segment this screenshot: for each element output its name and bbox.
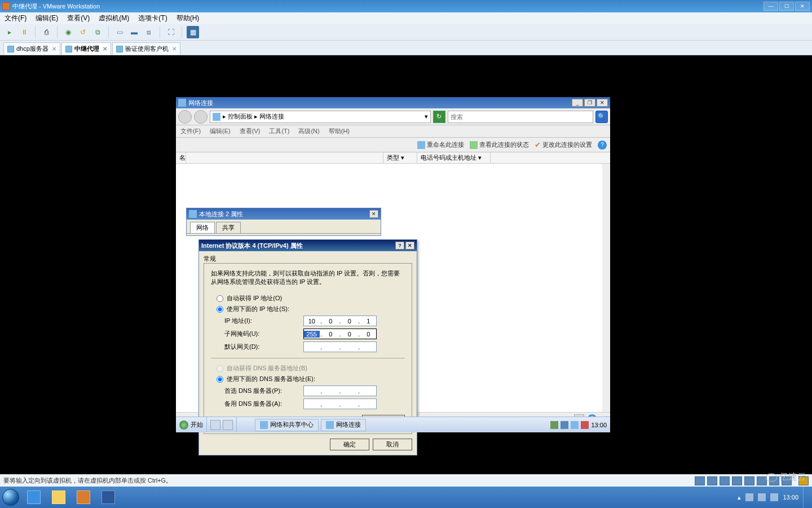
snap-revert-icon[interactable]: ↺ [77,26,89,38]
taskbar-item-sharing[interactable]: 网络和共享中心 [255,419,319,431]
device-usb-icon[interactable] [744,476,754,485]
subnet-mask-field[interactable]: 255.0.0.0 [303,329,377,339]
tab-general[interactable]: 常规 [204,255,216,263]
tray-volume-icon[interactable] [581,421,589,429]
pinned-word[interactable] [97,488,120,506]
device-cd-icon[interactable] [707,476,717,485]
radio-use-ip[interactable]: 使用下面的 IP 地址(S): [217,305,405,313]
tray-clock[interactable]: 13:00 [591,422,607,428]
nc-menu-edit[interactable]: 编辑(E) [205,127,235,135]
tray-clock[interactable]: 13:00 [783,494,798,501]
nc-menu-view[interactable]: 查看(V) [235,127,265,135]
quicklaunch-icon[interactable] [210,420,220,430]
menu-edit[interactable]: 编辑(E) [31,14,63,23]
snap-take-icon[interactable]: ◉ [62,26,74,38]
radio-use-dns[interactable]: 使用下面的 DNS 服务器地址(E): [217,375,405,383]
device-hdd-icon[interactable] [695,476,705,485]
guest-display[interactable]: 网络连接 _ ❐ ✕ ▸ 控制面板 ▸ 网络连接 ▾ ↻ 🔍 文件(F) 编辑(… [0,55,812,462]
change-link[interactable]: ✔更改此连接的设置 [535,141,592,149]
radio-auto-ip[interactable]: 自动获得 IP 地址(O) [217,294,405,303]
dialog-close-button[interactable]: ✕ [405,242,414,249]
menu-file[interactable]: 文件(F) [0,14,31,23]
menu-vm[interactable]: 虚拟机(M) [94,14,134,23]
view-unity-icon[interactable]: ▬ [128,26,140,38]
start-button[interactable]: 开始 [176,417,207,432]
device-display-icon[interactable] [782,476,792,485]
nc-menu-file[interactable]: 文件(F) [176,127,205,135]
tab-client[interactable]: 验证使用客户机✕ [112,42,180,55]
gateway-field[interactable]: ... [303,341,377,352]
device-printer-icon[interactable] [769,476,779,485]
pinned-ie[interactable] [23,488,45,506]
snapshot-icon[interactable]: ⎙ [40,26,52,38]
chevron-down-icon[interactable]: ▾ [425,113,428,120]
guest-min-button[interactable]: _ [572,99,583,107]
col-phone[interactable]: 电话号码或主机地址 ▾ [417,152,491,163]
pinned-vmware[interactable] [72,488,95,506]
netconn-titlebar[interactable]: 网络连接 _ ❐ ✕ [176,97,610,108]
dns2-field[interactable]: ... [303,398,377,409]
close-tab-icon[interactable]: ✕ [103,46,107,52]
ip-address-field[interactable]: 10.0.0.1 [303,316,377,326]
label-dns1: 首选 DNS 服务器(P): [224,387,303,395]
menu-tabs[interactable]: 选项卡(T) [134,14,171,23]
view-split-icon[interactable]: ⧈ [143,26,155,38]
nc-menu-tools[interactable]: 工具(T) [264,127,294,135]
status-link[interactable]: 查看此连接的状态 [470,141,529,149]
fullscreen-icon[interactable]: ⛶ [165,26,177,38]
taskbar-item-netconn[interactable]: 网络连接 [321,419,366,431]
show-desktop-button[interactable] [803,487,809,508]
tray-network-icon[interactable] [758,493,766,501]
close-button[interactable]: ✕ [795,2,810,11]
tray-icon[interactable] [550,421,558,429]
tray-network-icon[interactable] [571,421,579,429]
close-tab-icon[interactable]: ✕ [52,46,56,52]
minimize-button[interactable]: — [764,2,778,11]
snap-manage-icon[interactable]: ⧉ [91,26,104,38]
quicklaunch-icon[interactable] [223,420,233,430]
nc-menu-adv[interactable]: 高级(N) [294,127,324,135]
nav-back-icon[interactable] [178,110,192,124]
tray-chevron-icon[interactable]: ▴ [738,494,741,501]
breadcrumb[interactable]: ▸ 控制面板 ▸ 网络连接 ▾ [210,111,431,123]
nc-menu-help[interactable]: 帮助(H) [324,127,354,135]
guest-restore-button[interactable]: ❐ [584,99,595,107]
refresh-icon[interactable]: ↻ [433,111,445,123]
power-on-icon[interactable]: ▸ [3,26,16,38]
menu-view[interactable]: 查看(V) [63,14,94,23]
nav-fwd-icon[interactable] [194,110,208,124]
tab-network[interactable]: 网络 [190,222,215,233]
device-floppy-icon[interactable] [720,476,730,485]
view-console-icon[interactable]: ▭ [113,26,126,38]
close-tab-icon[interactable]: ✕ [172,46,176,52]
tray-action-icon[interactable] [745,493,753,501]
tray-icon[interactable] [561,421,568,429]
rename-link[interactable]: 重命名此连接 [417,141,464,149]
pinned-explorer[interactable] [47,488,70,506]
search-go-icon[interactable]: 🔍 [595,111,608,123]
dialog-close-button[interactable]: ✕ [369,210,378,218]
tab-dhcp[interactable]: dhcp服务器✕ [3,42,60,55]
library-icon[interactable]: ▦ [187,26,199,38]
col-name[interactable]: 名 [176,152,186,163]
device-sound-icon[interactable] [757,476,767,485]
tab-sharing[interactable]: 共享 [216,222,241,233]
menu-help[interactable]: 帮助(H) [172,14,204,23]
device-msg-icon[interactable] [798,476,809,485]
search-input[interactable] [448,111,593,123]
suspend-icon[interactable]: ⏸ [18,26,30,38]
col-type[interactable]: 类型 ▾ [383,152,417,163]
ok-button[interactable]: 确定 [330,439,369,450]
cancel-button[interactable]: 取消 [373,439,412,450]
maximize-button[interactable]: ☐ [779,2,794,11]
host-start-button[interactable] [0,487,21,508]
tray-volume-icon[interactable] [770,493,778,501]
guest-close-button[interactable]: ✕ [597,99,608,107]
dns1-field[interactable]: ... [303,386,377,396]
netconn-title: 网络连接 [188,99,213,107]
device-net-icon[interactable] [732,476,742,485]
network-connections-window: 网络连接 _ ❐ ✕ ▸ 控制面板 ▸ 网络连接 ▾ ↻ 🔍 文件(F) 编辑(… [176,97,610,424]
dialog-help-button[interactable]: ? [395,242,404,249]
tab-relay[interactable]: 中继代理✕ [61,42,111,55]
help-icon[interactable]: ? [598,141,607,150]
